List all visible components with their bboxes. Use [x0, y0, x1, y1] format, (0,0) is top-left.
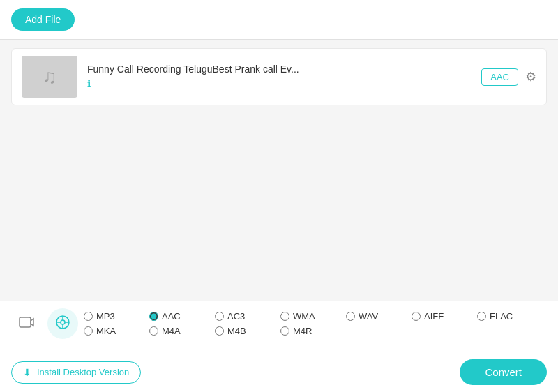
add-file-button[interactable]: Add File: [11, 8, 75, 31]
file-thumbnail: ♫: [22, 56, 77, 98]
download-icon: ⬇: [23, 367, 31, 378]
format-mka[interactable]: MKA: [84, 326, 133, 336]
svg-point-2: [61, 320, 65, 324]
format-m4r[interactable]: M4R: [280, 326, 329, 336]
file-info: Funny Call Recording TeluguBest Prank ca…: [87, 63, 481, 90]
format-wma[interactable]: WMA: [280, 311, 329, 322]
audio-tab-icon: [55, 315, 70, 333]
format-options: MP3 AAC AC3 WMA WAV AIFF F: [84, 311, 547, 336]
svg-rect-0: [20, 317, 31, 327]
format-badge-button[interactable]: AAC: [481, 68, 518, 86]
file-actions: AAC ⚙: [481, 68, 536, 86]
main-content: ♫ Funny Call Recording TeluguBest Prank …: [0, 40, 558, 301]
format-ac3[interactable]: AC3: [215, 311, 264, 322]
video-tab-icon: [19, 315, 34, 333]
format-row-2: MKA M4A M4B M4R: [84, 326, 547, 336]
format-wav[interactable]: WAV: [346, 311, 395, 322]
format-aac[interactable]: AAC: [149, 311, 198, 322]
format-m4a[interactable]: M4A: [149, 326, 198, 336]
install-desktop-button[interactable]: ⬇ Install Desktop Version: [11, 361, 141, 384]
settings-button[interactable]: ⚙: [525, 69, 536, 84]
top-bar: Add File: [0, 0, 558, 40]
file-item: ♫ Funny Call Recording TeluguBest Prank …: [11, 48, 547, 105]
bottom-panel: MP3 AAC AC3 WMA WAV AIFF F: [0, 301, 558, 352]
music-icon: ♫: [43, 66, 57, 88]
format-aiff[interactable]: AIFF: [412, 311, 460, 322]
convert-button[interactable]: Convert: [460, 359, 547, 385]
install-label: Install Desktop Version: [37, 367, 129, 377]
footer-bar: ⬇ Install Desktop Version Convert: [0, 352, 558, 392]
format-mp3[interactable]: MP3: [84, 311, 133, 322]
gear-icon: ⚙: [525, 70, 536, 84]
format-tabs: MP3 AAC AC3 WMA WAV AIFF F: [11, 308, 547, 339]
format-row-1: MP3 AAC AC3 WMA WAV AIFF F: [84, 311, 547, 322]
info-icon[interactable]: ℹ: [87, 78, 91, 89]
audio-tab-button[interactable]: [47, 308, 78, 339]
format-m4b[interactable]: M4B: [215, 326, 264, 336]
video-tab-button[interactable]: [11, 308, 42, 339]
file-name: Funny Call Recording TeluguBest Prank ca…: [87, 63, 481, 75]
format-flac[interactable]: FLAC: [477, 311, 526, 322]
